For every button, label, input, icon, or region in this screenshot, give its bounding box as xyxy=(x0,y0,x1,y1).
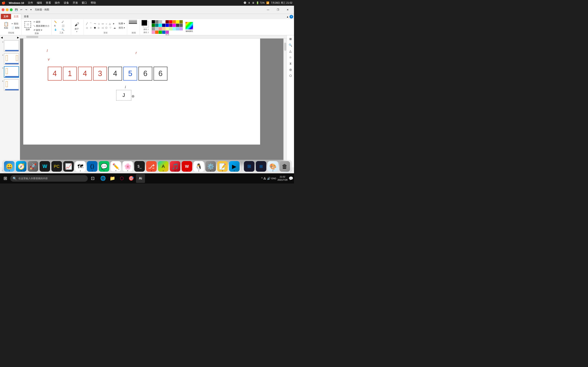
taskbar-ai[interactable]: Ai xyxy=(136,174,145,183)
tab-file[interactable]: 文件 xyxy=(1,14,11,19)
dock-stocks[interactable]: 📈 xyxy=(63,161,74,172)
triangle-shape[interactable]: △ xyxy=(108,22,112,26)
system-clock[interactable]: 21:02 2021/7/28 xyxy=(277,175,287,182)
swatch-gray[interactable] xyxy=(155,20,158,24)
taskbar-app1[interactable]: 🎯 xyxy=(127,174,136,183)
swatch-navy[interactable] xyxy=(162,24,165,27)
right-btn-4[interactable]: ☆ xyxy=(288,54,293,60)
minimize-traffic-btn[interactable] xyxy=(6,8,9,11)
tab-home[interactable]: 主页 xyxy=(11,14,21,19)
size3[interactable] xyxy=(129,22,137,22)
selection-box[interactable]: J xyxy=(116,90,131,100)
zoom-tool-btn[interactable]: 🔍 xyxy=(61,28,68,31)
shape2-6[interactable]: ⬡ xyxy=(104,26,108,30)
dock-wps[interactable]: W xyxy=(182,161,192,172)
dock-paint[interactable]: 🎨 xyxy=(268,161,278,172)
swatch-magenta[interactable] xyxy=(173,24,176,27)
dock-stickies[interactable]: 📝 xyxy=(217,161,228,172)
swatch-violet[interactable] xyxy=(165,31,169,34)
apple-icon[interactable]: 🍎 xyxy=(2,1,6,5)
swatch-teal[interactable] xyxy=(155,24,158,27)
dock-overflow[interactable]: ▶ xyxy=(229,161,240,172)
swatch-blue[interactable] xyxy=(165,24,169,27)
arrow-shape[interactable]: ➤ xyxy=(112,22,115,26)
size1[interactable] xyxy=(129,20,137,20)
slide-thumb-5[interactable]: 5 xyxy=(1,66,19,78)
swatch-brightgreen[interactable] xyxy=(159,31,162,34)
shape2-5[interactable]: ◁ xyxy=(101,26,104,30)
swatch-silver[interactable] xyxy=(159,20,162,24)
select-btn[interactable]: ⬜ 选择 xyxy=(23,21,32,31)
rotate-btn[interactable]: ↺ 旋转 ▾ xyxy=(33,28,50,32)
swatch-lightred[interactable] xyxy=(159,27,162,30)
slide-6-thumb[interactable] xyxy=(4,79,19,91)
fill-btn[interactable]: 🖊 xyxy=(61,20,68,24)
dock-photos[interactable]: 🌸 xyxy=(122,161,133,172)
dock-launchpad[interactable]: 🚀 xyxy=(28,161,38,172)
swatch-yellow[interactable] xyxy=(176,20,179,24)
swatch-purple[interactable] xyxy=(169,24,172,27)
brush-btn[interactable]: 🖌 刷子 ▾ xyxy=(73,22,81,33)
dock-system-prefs[interactable]: ⚙️ xyxy=(205,161,216,172)
taskbar-explorer[interactable]: 📁 xyxy=(108,174,117,183)
swatch-darkgray[interactable] xyxy=(176,24,179,27)
menu-device[interactable]: 设备 xyxy=(62,1,70,5)
arc-shape[interactable]: ⌒ xyxy=(89,22,93,26)
edit-colors-btn[interactable] xyxy=(185,22,193,30)
undo-btn[interactable]: ↩ xyxy=(19,8,23,12)
swatch-gray2[interactable] xyxy=(180,24,183,27)
swatch-darkorange[interactable] xyxy=(155,31,158,34)
brush-dropdown[interactable]: ▾ xyxy=(76,31,77,33)
close-btn[interactable]: ✕ xyxy=(283,7,292,13)
undo-dropdown[interactable]: ▾ xyxy=(29,8,33,12)
swatch-maroon[interactable] xyxy=(165,20,169,24)
swatch-lightcyan[interactable] xyxy=(173,27,176,30)
menu-file[interactable]: 文件 xyxy=(26,1,34,5)
right-btn-6[interactable]: ◎ xyxy=(288,67,293,72)
paint-canvas[interactable]: l r v 4 1 4 3 4 5 6 xyxy=(23,39,260,145)
menu-view[interactable]: 查看 xyxy=(44,1,52,5)
text-btn[interactable]: A xyxy=(53,24,61,27)
outline-btn[interactable]: 轮廓 ▾ xyxy=(118,22,126,25)
restore-btn[interactable]: ❐ xyxy=(273,7,283,13)
dock-maps[interactable]: 🗺 xyxy=(75,161,86,172)
shape2-4[interactable]: ▷ xyxy=(97,26,100,30)
dock-git[interactable]: ⎇ xyxy=(146,161,157,172)
round-rect-shape[interactable]: ▭ xyxy=(101,22,104,26)
vscrollbar[interactable] xyxy=(283,39,287,164)
dock-pencil[interactable]: ✏️ xyxy=(111,161,121,172)
right-btn-5[interactable]: ⧖ xyxy=(288,60,293,66)
dock-vscode[interactable]: ⟨⟩ xyxy=(87,161,98,172)
slide-4-thumb[interactable] xyxy=(4,53,19,65)
swatch-red[interactable] xyxy=(169,20,172,24)
tray-volume[interactable]: 🔊 xyxy=(267,177,270,180)
right-btn-1[interactable]: ⊞ xyxy=(288,36,293,42)
right-btn-2[interactable]: 🔍 xyxy=(288,42,293,48)
taskbar-search[interactable]: 🔍 在这里输入你要搜索的内容 xyxy=(10,175,88,182)
edit-colors-label[interactable]: 编辑颜色 xyxy=(185,30,193,33)
size2[interactable] xyxy=(129,21,137,21)
cut-btn[interactable]: ✂ 剪切 xyxy=(11,22,20,26)
next-slide-btn[interactable]: ▶ xyxy=(17,36,19,39)
taskbar-office[interactable]: ⬡ xyxy=(117,174,126,183)
swatch-lavender[interactable] xyxy=(180,27,183,30)
swatch-lightblue[interactable] xyxy=(176,27,179,30)
swatch-lightgreen[interactable] xyxy=(169,27,172,30)
maximize-traffic-btn[interactable] xyxy=(10,8,13,11)
dock-music[interactable]: 🎵 xyxy=(170,161,181,172)
menu-window[interactable]: 窗口 xyxy=(80,1,88,5)
swatch-white[interactable] xyxy=(162,20,165,24)
paste-btn[interactable]: 📋 粘贴 xyxy=(2,20,10,31)
dock-pycharm[interactable]: PC xyxy=(52,161,62,172)
canvas-area[interactable]: l r v 4 1 4 3 4 5 6 xyxy=(20,35,287,167)
color1-box[interactable] xyxy=(141,20,147,26)
swatch-cyan[interactable] xyxy=(159,24,162,27)
swatch-gray3[interactable] xyxy=(152,27,155,30)
resize-btn[interactable]: ⤡ 重新调整大小 xyxy=(33,24,50,28)
vscroll-thumb[interactable] xyxy=(284,43,286,51)
swatch-orange[interactable] xyxy=(173,20,176,24)
ellipse-shape[interactable]: ○ xyxy=(105,22,108,26)
shape2-7[interactable]: ♡ xyxy=(109,26,112,30)
right-btn-3[interactable]: △ xyxy=(288,48,293,54)
notification-btn[interactable]: 💬 xyxy=(289,176,293,181)
